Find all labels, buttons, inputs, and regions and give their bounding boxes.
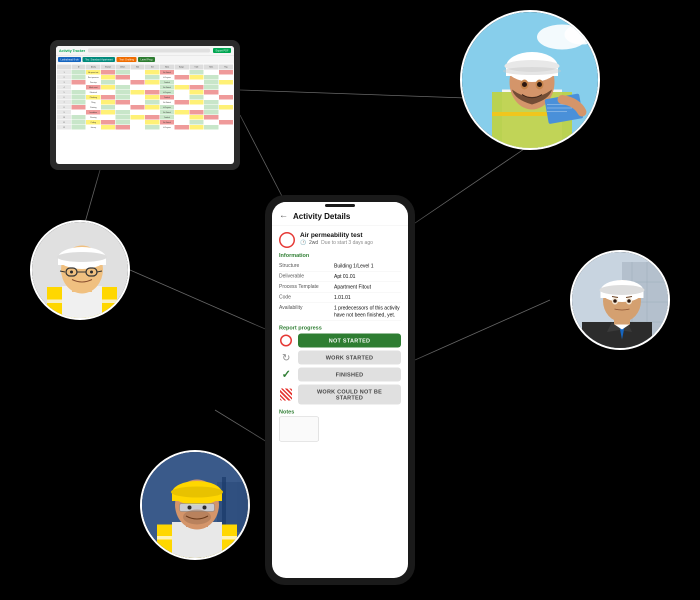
activity-status-circle <box>279 232 295 248</box>
svg-point-35 <box>57 252 107 262</box>
table-row: 8PaintingIn Progress <box>57 105 233 110</box>
tab-lookahead[interactable]: Lookahead 8 wk <box>58 57 81 62</box>
info-row-code: Code 1.01.01 <box>279 292 401 303</box>
svg-point-18 <box>503 67 561 75</box>
portrait-worker-bottom <box>140 450 250 560</box>
tab-level[interactable]: Level Prog <box>138 57 155 62</box>
svg-point-55 <box>188 506 192 510</box>
tab-test[interactable]: Test: Drafting <box>116 57 136 62</box>
info-row-structure: Structure Building 1/Level 1 <box>279 261 401 272</box>
finished-button[interactable]: FINISHED <box>298 368 401 382</box>
info-val-code: 1.01.01 <box>334 294 401 301</box>
table-row: 7TilingNot Started <box>57 100 233 104</box>
portrait-businessman-right <box>570 250 670 350</box>
table-row: 9InsulationNot Started <box>57 110 233 114</box>
portrait-engineer-top-right <box>460 10 600 150</box>
svg-point-73 <box>614 300 617 303</box>
progress-option-could-not-start[interactable]: WORK COULD NOT BE STARTED <box>279 384 401 404</box>
could-not-start-button[interactable]: WORK COULD NOT BE STARTED <box>298 384 401 404</box>
activity-info: Air permeability test 🕐 2wd Due to start… <box>300 231 401 245</box>
tab-tec[interactable]: Tec: Standard Apartment <box>82 57 115 62</box>
not-started-button[interactable]: NOT STARTED <box>298 334 401 348</box>
table-row: 12JoineryIn Progress <box>57 125 233 130</box>
table-row: 4Mech ventNot Started <box>57 85 233 90</box>
work-started-button[interactable]: WORK STARTED <box>298 350 401 364</box>
phone-title: Activity Details <box>293 212 350 221</box>
table-row: 11CeilingNot Started <box>57 120 233 124</box>
svg-point-42 <box>90 270 93 274</box>
progress-option-work-started[interactable]: ↻ WORK STARTED <box>279 350 401 364</box>
information-section-label: Information <box>279 252 401 258</box>
portrait-engineer-left <box>30 220 130 320</box>
svg-point-9 <box>564 24 600 44</box>
tablet-device: Activity Tracker Export PDF Lookahead 8 … <box>50 40 240 170</box>
svg-point-56 <box>202 506 206 510</box>
back-button[interactable]: ← <box>279 211 288 222</box>
svg-point-22 <box>537 82 542 87</box>
progress-option-not-started[interactable]: NOT STARTED <box>279 334 401 348</box>
svg-point-53 <box>171 486 223 498</box>
notes-section-label: Notes <box>279 408 401 414</box>
svg-line-6 <box>415 300 550 360</box>
table-row: 1Air perm testNot Started <box>57 70 233 74</box>
work-started-icon: ↻ <box>279 350 293 364</box>
not-started-icon <box>279 334 293 348</box>
activity-duration: 2wd <box>309 240 318 245</box>
table-row: 5ElectricalIn Progress <box>57 90 233 94</box>
info-val-structure: Building 1/Level 1 <box>334 262 401 270</box>
table-row: 3Fire stopFinished <box>57 80 233 84</box>
clock-icon: 🕐 <box>300 240 306 245</box>
info-key-code: Code <box>279 294 334 301</box>
tablet-data-grid: 1Air perm testNot Started2Duct pressureI… <box>57 70 233 130</box>
info-val-availability: 1 predecessors of this activity have not… <box>334 304 401 318</box>
activity-meta: 🕐 2wd Due to start 3 days ago <box>300 240 401 245</box>
info-val-deliverable: Apt 01.01 <box>334 273 401 280</box>
could-not-start-icon <box>279 388 293 402</box>
info-key-availability: Availability <box>279 304 334 318</box>
info-table: Structure Building 1/Level 1 Deliverable… <box>279 261 401 320</box>
phone-header: ← Activity Details <box>272 207 408 226</box>
table-row: 2Duct pressureIn Progress <box>57 75 233 80</box>
info-val-process-template: Apartment Fitout <box>334 284 401 290</box>
info-key-deliverable: Deliverable <box>279 273 334 280</box>
table-row: 6PlumbingFinished <box>57 95 233 100</box>
tablet-export-btn[interactable]: Export PDF <box>213 48 231 53</box>
info-row-deliverable: Deliverable Apt 01.01 <box>279 272 401 282</box>
activity-name: Air permeability test <box>300 231 401 238</box>
finished-icon: ✓ <box>279 368 293 382</box>
table-row: 10FlooringFinished <box>57 115 233 120</box>
tablet-logo: Activity Tracker <box>59 49 85 52</box>
phone-device: ← Activity Details Air permeability test… <box>265 195 415 585</box>
activity-row: Air permeability test 🕐 2wd Due to start… <box>279 231 401 248</box>
phone-content: Air permeability test 🕐 2wd Due to start… <box>272 226 408 578</box>
svg-point-21 <box>522 82 527 87</box>
svg-point-41 <box>70 270 73 274</box>
activity-due: Due to start 3 days ago <box>321 240 372 245</box>
tablet-search <box>88 48 210 52</box>
info-key-process-template: Process Template <box>279 284 334 290</box>
svg-point-74 <box>628 300 631 303</box>
tablet-tabs: Lookahead 8 wk Tec: Standard Apartment T… <box>56 56 234 64</box>
report-progress-label: Report progress <box>279 324 401 330</box>
info-row-process-template: Process Template Apartment Fitout <box>279 282 401 292</box>
progress-option-finished[interactable]: ✓ FINISHED <box>279 368 401 382</box>
notes-input[interactable] <box>279 416 319 442</box>
svg-point-70 <box>600 285 644 295</box>
svg-line-3 <box>130 270 268 330</box>
info-key-structure: Structure <box>279 262 334 270</box>
info-row-availability: Availability 1 predecessors of this acti… <box>279 303 401 320</box>
